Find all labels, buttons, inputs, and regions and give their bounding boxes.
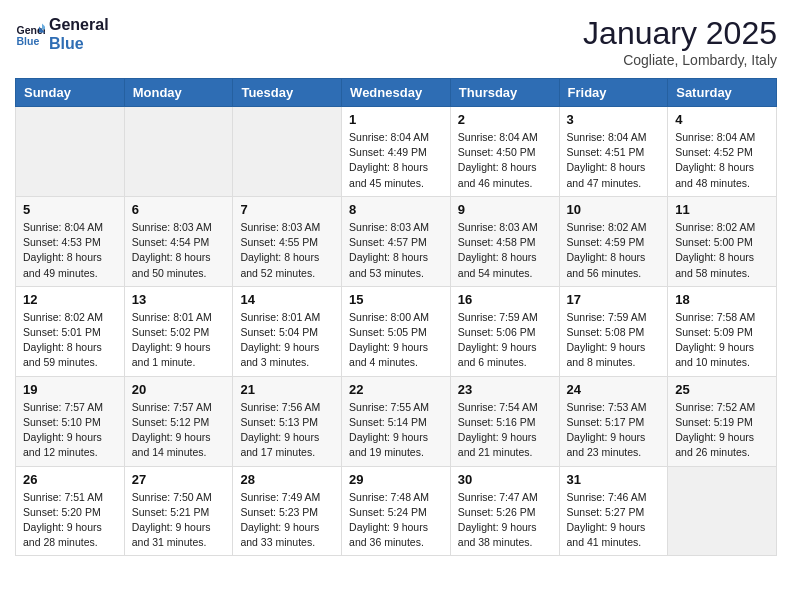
day-info: Sunrise: 8:03 AM Sunset: 4:55 PM Dayligh…: [240, 220, 334, 281]
calendar-cell: 19Sunrise: 7:57 AM Sunset: 5:10 PM Dayli…: [16, 376, 125, 466]
day-number: 12: [23, 292, 117, 307]
day-number: 3: [567, 112, 661, 127]
calendar-table: SundayMondayTuesdayWednesdayThursdayFrid…: [15, 78, 777, 556]
day-number: 29: [349, 472, 443, 487]
calendar-cell: 13Sunrise: 8:01 AM Sunset: 5:02 PM Dayli…: [124, 286, 233, 376]
day-info: Sunrise: 7:52 AM Sunset: 5:19 PM Dayligh…: [675, 400, 769, 461]
calendar-cell: 31Sunrise: 7:46 AM Sunset: 5:27 PM Dayli…: [559, 466, 668, 556]
day-info: Sunrise: 7:51 AM Sunset: 5:20 PM Dayligh…: [23, 490, 117, 551]
day-info: Sunrise: 8:00 AM Sunset: 5:05 PM Dayligh…: [349, 310, 443, 371]
calendar-cell: 21Sunrise: 7:56 AM Sunset: 5:13 PM Dayli…: [233, 376, 342, 466]
calendar-cell: 28Sunrise: 7:49 AM Sunset: 5:23 PM Dayli…: [233, 466, 342, 556]
logo: General Blue General Blue: [15, 15, 109, 53]
month-title: January 2025: [583, 15, 777, 52]
day-info: Sunrise: 8:02 AM Sunset: 5:00 PM Dayligh…: [675, 220, 769, 281]
calendar-cell: 6Sunrise: 8:03 AM Sunset: 4:54 PM Daylig…: [124, 196, 233, 286]
calendar-cell: [124, 107, 233, 197]
day-number: 10: [567, 202, 661, 217]
calendar-cell: 27Sunrise: 7:50 AM Sunset: 5:21 PM Dayli…: [124, 466, 233, 556]
day-info: Sunrise: 8:04 AM Sunset: 4:52 PM Dayligh…: [675, 130, 769, 191]
day-info: Sunrise: 7:59 AM Sunset: 5:06 PM Dayligh…: [458, 310, 552, 371]
weekday-header-sunday: Sunday: [16, 79, 125, 107]
calendar-cell: 20Sunrise: 7:57 AM Sunset: 5:12 PM Dayli…: [124, 376, 233, 466]
day-number: 24: [567, 382, 661, 397]
day-number: 13: [132, 292, 226, 307]
day-info: Sunrise: 8:03 AM Sunset: 4:58 PM Dayligh…: [458, 220, 552, 281]
day-number: 9: [458, 202, 552, 217]
day-number: 27: [132, 472, 226, 487]
weekday-header-monday: Monday: [124, 79, 233, 107]
day-info: Sunrise: 8:03 AM Sunset: 4:57 PM Dayligh…: [349, 220, 443, 281]
calendar-cell: 10Sunrise: 8:02 AM Sunset: 4:59 PM Dayli…: [559, 196, 668, 286]
calendar-cell: 9Sunrise: 8:03 AM Sunset: 4:58 PM Daylig…: [450, 196, 559, 286]
calendar-week-1: 5Sunrise: 8:04 AM Sunset: 4:53 PM Daylig…: [16, 196, 777, 286]
day-info: Sunrise: 7:47 AM Sunset: 5:26 PM Dayligh…: [458, 490, 552, 551]
day-number: 7: [240, 202, 334, 217]
day-info: Sunrise: 7:50 AM Sunset: 5:21 PM Dayligh…: [132, 490, 226, 551]
calendar-cell: 8Sunrise: 8:03 AM Sunset: 4:57 PM Daylig…: [342, 196, 451, 286]
day-number: 14: [240, 292, 334, 307]
day-number: 16: [458, 292, 552, 307]
day-info: Sunrise: 8:02 AM Sunset: 5:01 PM Dayligh…: [23, 310, 117, 371]
calendar-cell: 29Sunrise: 7:48 AM Sunset: 5:24 PM Dayli…: [342, 466, 451, 556]
day-number: 23: [458, 382, 552, 397]
weekday-header-row: SundayMondayTuesdayWednesdayThursdayFrid…: [16, 79, 777, 107]
calendar-cell: 25Sunrise: 7:52 AM Sunset: 5:19 PM Dayli…: [668, 376, 777, 466]
day-info: Sunrise: 7:53 AM Sunset: 5:17 PM Dayligh…: [567, 400, 661, 461]
logo-icon: General Blue: [15, 19, 45, 49]
day-number: 4: [675, 112, 769, 127]
day-info: Sunrise: 7:54 AM Sunset: 5:16 PM Dayligh…: [458, 400, 552, 461]
location: Cogliate, Lombardy, Italy: [583, 52, 777, 68]
day-info: Sunrise: 8:02 AM Sunset: 4:59 PM Dayligh…: [567, 220, 661, 281]
weekday-header-friday: Friday: [559, 79, 668, 107]
day-info: Sunrise: 8:04 AM Sunset: 4:50 PM Dayligh…: [458, 130, 552, 191]
day-info: Sunrise: 7:48 AM Sunset: 5:24 PM Dayligh…: [349, 490, 443, 551]
calendar-week-3: 19Sunrise: 7:57 AM Sunset: 5:10 PM Dayli…: [16, 376, 777, 466]
day-number: 20: [132, 382, 226, 397]
calendar-cell: 5Sunrise: 8:04 AM Sunset: 4:53 PM Daylig…: [16, 196, 125, 286]
calendar-cell: 23Sunrise: 7:54 AM Sunset: 5:16 PM Dayli…: [450, 376, 559, 466]
day-number: 5: [23, 202, 117, 217]
day-info: Sunrise: 8:01 AM Sunset: 5:02 PM Dayligh…: [132, 310, 226, 371]
day-number: 30: [458, 472, 552, 487]
title-block: January 2025 Cogliate, Lombardy, Italy: [583, 15, 777, 68]
calendar-cell: 24Sunrise: 7:53 AM Sunset: 5:17 PM Dayli…: [559, 376, 668, 466]
calendar-cell: 4Sunrise: 8:04 AM Sunset: 4:52 PM Daylig…: [668, 107, 777, 197]
calendar-week-0: 1Sunrise: 8:04 AM Sunset: 4:49 PM Daylig…: [16, 107, 777, 197]
calendar-cell: 30Sunrise: 7:47 AM Sunset: 5:26 PM Dayli…: [450, 466, 559, 556]
calendar-cell: 2Sunrise: 8:04 AM Sunset: 4:50 PM Daylig…: [450, 107, 559, 197]
calendar-cell: 17Sunrise: 7:59 AM Sunset: 5:08 PM Dayli…: [559, 286, 668, 376]
day-number: 11: [675, 202, 769, 217]
calendar-cell: [233, 107, 342, 197]
day-number: 6: [132, 202, 226, 217]
calendar-cell: 16Sunrise: 7:59 AM Sunset: 5:06 PM Dayli…: [450, 286, 559, 376]
day-info: Sunrise: 8:03 AM Sunset: 4:54 PM Dayligh…: [132, 220, 226, 281]
calendar-cell: [16, 107, 125, 197]
day-number: 21: [240, 382, 334, 397]
day-number: 15: [349, 292, 443, 307]
logo-line1: General: [49, 15, 109, 34]
page-header: General Blue General Blue January 2025 C…: [15, 15, 777, 68]
day-number: 26: [23, 472, 117, 487]
calendar-cell: 3Sunrise: 8:04 AM Sunset: 4:51 PM Daylig…: [559, 107, 668, 197]
calendar-cell: 12Sunrise: 8:02 AM Sunset: 5:01 PM Dayli…: [16, 286, 125, 376]
day-info: Sunrise: 7:59 AM Sunset: 5:08 PM Dayligh…: [567, 310, 661, 371]
calendar-week-2: 12Sunrise: 8:02 AM Sunset: 5:01 PM Dayli…: [16, 286, 777, 376]
day-info: Sunrise: 7:57 AM Sunset: 5:10 PM Dayligh…: [23, 400, 117, 461]
day-info: Sunrise: 7:56 AM Sunset: 5:13 PM Dayligh…: [240, 400, 334, 461]
calendar-cell: 15Sunrise: 8:00 AM Sunset: 5:05 PM Dayli…: [342, 286, 451, 376]
day-info: Sunrise: 8:04 AM Sunset: 4:49 PM Dayligh…: [349, 130, 443, 191]
calendar-cell: 22Sunrise: 7:55 AM Sunset: 5:14 PM Dayli…: [342, 376, 451, 466]
day-info: Sunrise: 7:57 AM Sunset: 5:12 PM Dayligh…: [132, 400, 226, 461]
calendar-cell: 26Sunrise: 7:51 AM Sunset: 5:20 PM Dayli…: [16, 466, 125, 556]
day-number: 2: [458, 112, 552, 127]
calendar-cell: 1Sunrise: 8:04 AM Sunset: 4:49 PM Daylig…: [342, 107, 451, 197]
calendar-week-4: 26Sunrise: 7:51 AM Sunset: 5:20 PM Dayli…: [16, 466, 777, 556]
day-info: Sunrise: 7:49 AM Sunset: 5:23 PM Dayligh…: [240, 490, 334, 551]
day-info: Sunrise: 8:04 AM Sunset: 4:53 PM Dayligh…: [23, 220, 117, 281]
calendar-cell: 18Sunrise: 7:58 AM Sunset: 5:09 PM Dayli…: [668, 286, 777, 376]
calendar-cell: 11Sunrise: 8:02 AM Sunset: 5:00 PM Dayli…: [668, 196, 777, 286]
weekday-header-saturday: Saturday: [668, 79, 777, 107]
day-number: 31: [567, 472, 661, 487]
calendar-cell: [668, 466, 777, 556]
